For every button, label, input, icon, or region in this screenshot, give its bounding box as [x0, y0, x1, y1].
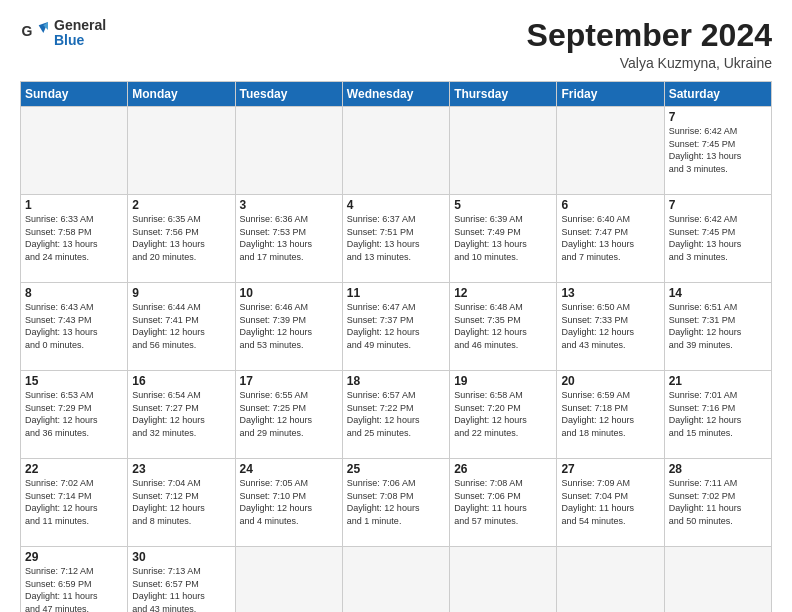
- day-number: 26: [454, 462, 552, 476]
- day-number: 11: [347, 286, 445, 300]
- table-cell-empty: [21, 107, 128, 195]
- day-info: Sunrise: 6:48 AMSunset: 7:35 PMDaylight:…: [454, 301, 552, 351]
- table-cell-day12: 12 Sunrise: 6:48 AMSunset: 7:35 PMDaylig…: [450, 283, 557, 371]
- table-row: 29 Sunrise: 7:12 AMSunset: 6:59 PMDaylig…: [21, 547, 772, 612]
- day-info: Sunrise: 6:47 AMSunset: 7:37 PMDaylight:…: [347, 301, 445, 351]
- table-cell-day24: 24 Sunrise: 7:05 AMSunset: 7:10 PMDaylig…: [235, 459, 342, 547]
- day-info: Sunrise: 7:04 AMSunset: 7:12 PMDaylight:…: [132, 477, 230, 527]
- col-sunday: Sunday: [21, 82, 128, 107]
- day-number: 3: [240, 198, 338, 212]
- day-number: 7: [669, 110, 767, 124]
- day-number: 23: [132, 462, 230, 476]
- col-tuesday: Tuesday: [235, 82, 342, 107]
- day-number: 12: [454, 286, 552, 300]
- table-cell-day6: 6 Sunrise: 6:40 AMSunset: 7:47 PMDayligh…: [557, 195, 664, 283]
- day-info: Sunrise: 6:50 AMSunset: 7:33 PMDaylight:…: [561, 301, 659, 351]
- day-number: 19: [454, 374, 552, 388]
- day-number: 27: [561, 462, 659, 476]
- day-info: Sunrise: 7:13 AMSunset: 6:57 PMDaylight:…: [132, 565, 230, 612]
- table-cell-day30: 30 Sunrise: 7:13 AMSunset: 6:57 PMDaylig…: [128, 547, 235, 612]
- table-row: 1 Sunrise: 6:33 AMSunset: 7:58 PMDayligh…: [21, 195, 772, 283]
- calendar-header-row: Sunday Monday Tuesday Wednesday Thursday…: [21, 82, 772, 107]
- table-cell-day18: 18 Sunrise: 6:57 AMSunset: 7:22 PMDaylig…: [342, 371, 449, 459]
- day-info: Sunrise: 7:05 AMSunset: 7:10 PMDaylight:…: [240, 477, 338, 527]
- day-info: Sunrise: 6:57 AMSunset: 7:22 PMDaylight:…: [347, 389, 445, 439]
- col-friday: Friday: [557, 82, 664, 107]
- table-row: 15 Sunrise: 6:53 AMSunset: 7:29 PMDaylig…: [21, 371, 772, 459]
- table-row: 8 Sunrise: 6:43 AMSunset: 7:43 PMDayligh…: [21, 283, 772, 371]
- table-cell-day20: 20 Sunrise: 6:59 AMSunset: 7:18 PMDaylig…: [557, 371, 664, 459]
- day-number: 17: [240, 374, 338, 388]
- day-info: Sunrise: 6:42 AMSunset: 7:45 PMDaylight:…: [669, 213, 767, 263]
- table-cell-day8: 8 Sunrise: 6:43 AMSunset: 7:43 PMDayligh…: [21, 283, 128, 371]
- table-cell-day29: 29 Sunrise: 7:12 AMSunset: 6:59 PMDaylig…: [21, 547, 128, 612]
- logo: G General Blue: [20, 18, 106, 49]
- table-row: 22 Sunrise: 7:02 AMSunset: 7:14 PMDaylig…: [21, 459, 772, 547]
- title-section: September 2024 Valya Kuzmyna, Ukraine: [527, 18, 772, 71]
- day-number: 29: [25, 550, 123, 564]
- day-info: Sunrise: 7:11 AMSunset: 7:02 PMDaylight:…: [669, 477, 767, 527]
- svg-text:G: G: [22, 24, 33, 40]
- table-cell-day16: 16 Sunrise: 6:54 AMSunset: 7:27 PMDaylig…: [128, 371, 235, 459]
- page: G General Blue September 2024 Valya Kuzm…: [0, 0, 792, 612]
- table-cell-day7b: 7 Sunrise: 6:42 AMSunset: 7:45 PMDayligh…: [664, 195, 771, 283]
- day-info: Sunrise: 7:08 AMSunset: 7:06 PMDaylight:…: [454, 477, 552, 527]
- day-info: Sunrise: 6:43 AMSunset: 7:43 PMDaylight:…: [25, 301, 123, 351]
- table-cell-day19: 19 Sunrise: 6:58 AMSunset: 7:20 PMDaylig…: [450, 371, 557, 459]
- table-cell-day11: 11 Sunrise: 6:47 AMSunset: 7:37 PMDaylig…: [342, 283, 449, 371]
- day-number: 22: [25, 462, 123, 476]
- table-cell-day13: 13 Sunrise: 6:50 AMSunset: 7:33 PMDaylig…: [557, 283, 664, 371]
- day-number: 7: [669, 198, 767, 212]
- day-info: Sunrise: 6:35 AMSunset: 7:56 PMDaylight:…: [132, 213, 230, 263]
- day-number: 5: [454, 198, 552, 212]
- table-cell-empty: [557, 107, 664, 195]
- day-info: Sunrise: 6:46 AMSunset: 7:39 PMDaylight:…: [240, 301, 338, 351]
- table-cell-day17: 17 Sunrise: 6:55 AMSunset: 7:25 PMDaylig…: [235, 371, 342, 459]
- table-cell-day15: 15 Sunrise: 6:53 AMSunset: 7:29 PMDaylig…: [21, 371, 128, 459]
- day-info: Sunrise: 6:59 AMSunset: 7:18 PMDaylight:…: [561, 389, 659, 439]
- table-cell-day3: 3 Sunrise: 6:36 AMSunset: 7:53 PMDayligh…: [235, 195, 342, 283]
- col-monday: Monday: [128, 82, 235, 107]
- day-number: 13: [561, 286, 659, 300]
- table-cell-empty: [342, 107, 449, 195]
- table-cell-day4: 4 Sunrise: 6:37 AMSunset: 7:51 PMDayligh…: [342, 195, 449, 283]
- day-number: 1: [25, 198, 123, 212]
- day-number: 18: [347, 374, 445, 388]
- day-info: Sunrise: 6:37 AMSunset: 7:51 PMDaylight:…: [347, 213, 445, 263]
- table-cell-empty: [450, 547, 557, 612]
- table-row: 7 Sunrise: 6:42 AMSunset: 7:45 PMDayligh…: [21, 107, 772, 195]
- day-number: 28: [669, 462, 767, 476]
- day-number: 24: [240, 462, 338, 476]
- table-cell-day25: 25 Sunrise: 7:06 AMSunset: 7:08 PMDaylig…: [342, 459, 449, 547]
- table-cell-day9: 9 Sunrise: 6:44 AMSunset: 7:41 PMDayligh…: [128, 283, 235, 371]
- day-info: Sunrise: 6:36 AMSunset: 7:53 PMDaylight:…: [240, 213, 338, 263]
- col-wednesday: Wednesday: [342, 82, 449, 107]
- col-saturday: Saturday: [664, 82, 771, 107]
- day-number: 6: [561, 198, 659, 212]
- table-cell-empty: [128, 107, 235, 195]
- day-info: Sunrise: 6:39 AMSunset: 7:49 PMDaylight:…: [454, 213, 552, 263]
- table-cell-day10: 10 Sunrise: 6:46 AMSunset: 7:39 PMDaylig…: [235, 283, 342, 371]
- table-cell-day2: 2 Sunrise: 6:35 AMSunset: 7:56 PMDayligh…: [128, 195, 235, 283]
- table-cell-empty: [235, 107, 342, 195]
- table-cell-day27: 27 Sunrise: 7:09 AMSunset: 7:04 PMDaylig…: [557, 459, 664, 547]
- day-number: 10: [240, 286, 338, 300]
- day-number: 21: [669, 374, 767, 388]
- day-number: 4: [347, 198, 445, 212]
- day-info: Sunrise: 6:53 AMSunset: 7:29 PMDaylight:…: [25, 389, 123, 439]
- day-number: 25: [347, 462, 445, 476]
- table-cell-day5: 5 Sunrise: 6:39 AMSunset: 7:49 PMDayligh…: [450, 195, 557, 283]
- day-number: 14: [669, 286, 767, 300]
- table-cell-day14: 14 Sunrise: 6:51 AMSunset: 7:31 PMDaylig…: [664, 283, 771, 371]
- table-cell-empty: [557, 547, 664, 612]
- day-info: Sunrise: 7:12 AMSunset: 6:59 PMDaylight:…: [25, 565, 123, 612]
- table-cell-day28: 28 Sunrise: 7:11 AMSunset: 7:02 PMDaylig…: [664, 459, 771, 547]
- col-thursday: Thursday: [450, 82, 557, 107]
- table-cell-day23: 23 Sunrise: 7:04 AMSunset: 7:12 PMDaylig…: [128, 459, 235, 547]
- day-info: Sunrise: 6:54 AMSunset: 7:27 PMDaylight:…: [132, 389, 230, 439]
- table-cell-empty: [342, 547, 449, 612]
- day-number: 30: [132, 550, 230, 564]
- table-cell-empty: [235, 547, 342, 612]
- day-number: 9: [132, 286, 230, 300]
- day-info: Sunrise: 6:40 AMSunset: 7:47 PMDaylight:…: [561, 213, 659, 263]
